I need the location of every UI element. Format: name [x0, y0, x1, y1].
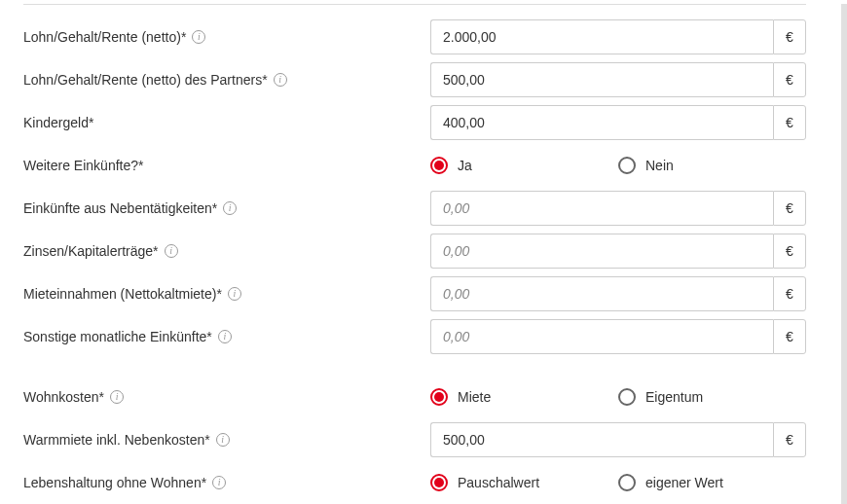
currency-suffix: € [773, 191, 806, 226]
radio-label-miete: Miete [458, 389, 491, 405]
radio-label-pauschal: Pauschalwert [458, 475, 539, 490]
radio-label-eigentum: Eigentum [645, 389, 703, 405]
info-icon[interactable]: i [212, 476, 226, 489]
radio-lebenshaltung-pauschal[interactable]: Pauschalwert [430, 474, 618, 491]
label-mieteinnahmen: Mieteinnahmen (Nettokaltmiete)* [23, 286, 222, 302]
radio-icon [618, 388, 636, 406]
info-icon[interactable]: i [223, 201, 237, 215]
input-zinsen[interactable] [430, 234, 773, 269]
info-icon[interactable]: i [274, 73, 287, 87]
radio-weitere-nein[interactable]: Nein [618, 157, 806, 174]
section-divider-top [23, 4, 806, 5]
label-sonstige: Sonstige monatliche Einkünfte* [23, 329, 212, 344]
label-lebenshaltung: Lebenshaltung ohne Wohnen* [23, 475, 206, 490]
row-lohn-partner: Lohn/Gehalt/Rente (netto) des Partners* … [23, 59, 806, 100]
currency-suffix: € [773, 62, 806, 97]
input-lohn-self[interactable] [430, 19, 773, 54]
radio-icon [430, 388, 448, 406]
currency-suffix: € [773, 319, 806, 354]
row-zinsen: Zinsen/Kapitalerträge* i € [23, 231, 806, 271]
input-kindergeld[interactable] [430, 105, 773, 140]
label-warmmiete: Warmmiete inkl. Nebenkosten* [23, 432, 210, 448]
radio-label-nein: Nein [645, 158, 674, 173]
label-lohn-partner: Lohn/Gehalt/Rente (netto) des Partners* [23, 72, 268, 88]
info-icon[interactable]: i [228, 287, 241, 301]
row-mieteinnahmen: Mieteinnahmen (Nettokaltmiete)* i € [23, 273, 806, 314]
radio-weitere-ja[interactable]: Ja [430, 157, 618, 174]
row-warmmiete: Warmmiete inkl. Nebenkosten* i € [23, 419, 806, 460]
radio-icon [430, 157, 448, 174]
radio-wohnkosten-eigentum[interactable]: Eigentum [618, 388, 806, 406]
row-wohnkosten: Wohnkosten* i Miete Eigentum [23, 377, 806, 417]
info-icon[interactable]: i [216, 433, 230, 447]
input-warmmiete[interactable] [430, 422, 773, 457]
row-lebenshaltung: Lebenshaltung ohne Wohnen* i Pauschalwer… [23, 462, 806, 503]
info-icon[interactable]: i [165, 244, 178, 258]
currency-suffix: € [773, 234, 806, 269]
input-mieteinnahmen[interactable] [430, 276, 773, 311]
info-icon[interactable]: i [218, 330, 232, 343]
radio-label-ja: Ja [458, 158, 472, 173]
info-icon[interactable]: i [110, 390, 124, 404]
radio-icon [430, 474, 448, 491]
radio-icon [618, 157, 636, 174]
label-lohn-self: Lohn/Gehalt/Rente (netto)* [23, 29, 186, 45]
row-lohn-self: Lohn/Gehalt/Rente (netto)* i € [23, 17, 806, 57]
label-kindergeld: Kindergeld* [23, 115, 93, 130]
label-wohnkosten: Wohnkosten* [23, 389, 104, 405]
row-sonstige: Sonstige monatliche Einkünfte* i € [23, 316, 806, 357]
currency-suffix: € [773, 276, 806, 311]
radio-lebenshaltung-eigener[interactable]: eigener Wert [618, 474, 806, 491]
row-weitere-einkuenfte: Weitere Einkünfte?* Ja Nein [23, 145, 806, 186]
radio-icon [618, 474, 636, 491]
row-kindergeld: Kindergeld* € [23, 102, 806, 143]
input-sonstige[interactable] [430, 319, 773, 354]
radio-label-eigener: eigener Wert [645, 475, 723, 490]
input-lohn-partner[interactable] [430, 62, 773, 97]
currency-suffix: € [773, 422, 806, 457]
currency-suffix: € [773, 105, 806, 140]
input-nebentaetigkeiten[interactable] [430, 191, 773, 226]
currency-suffix: € [773, 19, 806, 54]
radio-wohnkosten-miete[interactable]: Miete [430, 388, 618, 406]
label-zinsen: Zinsen/Kapitalerträge* [23, 243, 159, 259]
row-nebentaetigkeiten: Einkünfte aus Nebentätigkeiten* i € [23, 188, 806, 229]
label-weitere-einkuenfte: Weitere Einkünfte?* [23, 158, 143, 173]
info-icon[interactable]: i [192, 30, 205, 44]
label-nebentaetigkeiten: Einkünfte aus Nebentätigkeiten* [23, 200, 217, 216]
